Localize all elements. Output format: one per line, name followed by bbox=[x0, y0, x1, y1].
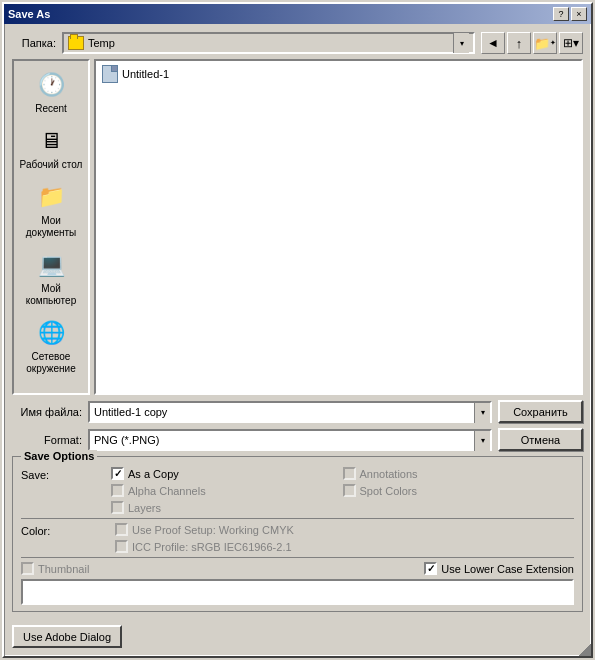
icc-profile-checkbox[interactable] bbox=[115, 540, 128, 553]
title-bar: Save As ? × bbox=[4, 4, 591, 24]
window-body: Папка: Temp ▾ ◄ ↑ 📁✦ ⊞▾ Recent bbox=[4, 24, 591, 656]
format-value: PNG (*.PNG) bbox=[94, 434, 159, 446]
filename-label: Имя файла: bbox=[12, 406, 82, 418]
lower-case-checkbox[interactable] bbox=[424, 562, 437, 575]
as-copy-label: As a Copy bbox=[128, 468, 179, 480]
new-folder-button[interactable]: 📁✦ bbox=[533, 32, 557, 54]
as-copy-row: As a Copy bbox=[111, 467, 343, 480]
layers-label: Layers bbox=[128, 502, 161, 514]
sidebar-label-mydocs: Мои документы bbox=[18, 215, 84, 239]
file-item[interactable]: Untitled-1 bbox=[98, 63, 579, 85]
thumbnail-label: Thumbnail bbox=[38, 563, 89, 575]
filename-dropdown-arrow[interactable]: ▾ bbox=[474, 403, 490, 423]
help-button[interactable]: ? bbox=[553, 7, 569, 21]
format-dropdown-arrow[interactable]: ▾ bbox=[474, 431, 490, 451]
color-label: Color: bbox=[21, 523, 111, 553]
layers-checkbox[interactable] bbox=[111, 501, 124, 514]
annotations-label: Annotations bbox=[360, 468, 418, 480]
description-box bbox=[21, 579, 574, 605]
use-proof-checkbox[interactable] bbox=[115, 523, 128, 536]
close-button[interactable]: × bbox=[571, 7, 587, 21]
color-section: Color: Use Proof Setup: Working CMYK ICC… bbox=[21, 523, 574, 553]
sidebar-item-network[interactable]: Сетевое окружение bbox=[14, 313, 88, 379]
sidebar-item-desktop[interactable]: Рабочий стол bbox=[14, 121, 88, 175]
alpha-channels-label: Alpha Channels bbox=[128, 485, 206, 497]
title-bar-buttons: ? × bbox=[553, 7, 587, 21]
filename-row: Имя файла: Untitled-1 copy ▾ Сохранить bbox=[12, 400, 583, 423]
thumbnail-checkbox[interactable] bbox=[21, 562, 34, 575]
sidebar-label-desktop: Рабочий стол bbox=[20, 159, 83, 171]
divider-1 bbox=[21, 518, 574, 519]
folder-dropdown-arrow[interactable]: ▾ bbox=[453, 33, 469, 53]
toolbar-buttons: ◄ ↑ 📁✦ ⊞▾ bbox=[481, 32, 583, 54]
views-button[interactable]: ⊞▾ bbox=[559, 32, 583, 54]
use-proof-label: Use Proof Setup: Working CMYK bbox=[132, 524, 294, 536]
use-proof-row: Use Proof Setup: Working CMYK bbox=[115, 523, 574, 536]
options-grid: Save: As a Copy Alpha Channels Layers bbox=[21, 467, 574, 514]
folder-row: Папка: Temp ▾ ◄ ↑ 📁✦ ⊞▾ bbox=[12, 32, 583, 54]
icc-profile-row: ICC Profile: sRGB IEC61966-2.1 bbox=[115, 540, 574, 553]
save-button[interactable]: Сохранить bbox=[498, 400, 583, 423]
cancel-button[interactable]: Отмена bbox=[498, 428, 583, 451]
color-col: Use Proof Setup: Working CMYK ICC Profil… bbox=[115, 523, 574, 553]
sidebar-item-mypc[interactable]: Мой компьютер bbox=[14, 245, 88, 311]
divider-2 bbox=[21, 557, 574, 558]
spot-colors-row: Spot Colors bbox=[343, 484, 575, 497]
sidebar-main: Recent Рабочий стол Мои документы Мой ко… bbox=[12, 59, 583, 395]
network-icon bbox=[35, 317, 67, 349]
folder-combo[interactable]: Temp ▾ bbox=[62, 32, 475, 54]
thumbnail-row: Thumbnail bbox=[21, 562, 89, 575]
clock-icon bbox=[35, 69, 67, 101]
layers-row: Layers bbox=[111, 501, 343, 514]
file-icon bbox=[102, 65, 118, 83]
save-col-left: As a Copy Alpha Channels Layers bbox=[111, 467, 343, 514]
annotations-row: Annotations bbox=[343, 467, 575, 480]
spot-colors-checkbox[interactable] bbox=[343, 484, 356, 497]
save-label: Save: bbox=[21, 467, 111, 514]
folder-icon bbox=[68, 36, 84, 50]
save-as-dialog: Save As ? × Папка: Temp ▾ ◄ ↑ 📁✦ ⊞▾ bbox=[2, 2, 593, 658]
up-button[interactable]: ↑ bbox=[507, 32, 531, 54]
filename-input[interactable]: Untitled-1 copy ▾ bbox=[88, 401, 492, 423]
icc-profile-label: ICC Profile: sRGB IEC61966-2.1 bbox=[132, 541, 292, 553]
sidebar-label-recent: Recent bbox=[35, 103, 67, 115]
format-label: Format: bbox=[12, 434, 82, 446]
desktop-icon bbox=[35, 125, 67, 157]
resize-handle[interactable] bbox=[579, 644, 591, 656]
computer-icon bbox=[35, 249, 67, 281]
annotations-checkbox[interactable] bbox=[343, 467, 356, 480]
folder-value: Temp bbox=[88, 37, 115, 49]
sidebar: Recent Рабочий стол Мои документы Мой ко… bbox=[12, 59, 90, 395]
format-combo[interactable]: PNG (*.PNG) ▾ bbox=[88, 429, 492, 451]
as-copy-checkbox[interactable] bbox=[111, 467, 124, 480]
format-row: Format: PNG (*.PNG) ▾ Отмена bbox=[12, 428, 583, 451]
sidebar-item-recent[interactable]: Recent bbox=[14, 65, 88, 119]
save-col-right: Annotations Spot Colors bbox=[343, 467, 575, 514]
folder-combo-inner: Temp bbox=[68, 36, 453, 50]
bottom-options-section: Thumbnail Use Lower Case Extension bbox=[21, 562, 574, 575]
save-options-title: Save Options bbox=[21, 450, 97, 462]
use-adobe-dialog-button[interactable]: Use Adobe Dialog bbox=[12, 625, 122, 648]
sidebar-label-mypc: Мой компьютер bbox=[18, 283, 84, 307]
spot-colors-label: Spot Colors bbox=[360, 485, 417, 497]
save-options-panel: Save Options Save: As a Copy Alpha Chann… bbox=[12, 456, 583, 612]
sidebar-item-mydocs[interactable]: Мои документы bbox=[14, 177, 88, 243]
filename-value: Untitled-1 copy bbox=[94, 406, 167, 418]
file-name: Untitled-1 bbox=[122, 68, 169, 80]
back-button[interactable]: ◄ bbox=[481, 32, 505, 54]
window-title: Save As bbox=[8, 8, 50, 20]
folder-label: Папка: bbox=[12, 37, 56, 49]
alpha-channels-row: Alpha Channels bbox=[111, 484, 343, 497]
folder-docs-icon bbox=[35, 181, 67, 213]
sidebar-label-network: Сетевое окружение bbox=[18, 351, 84, 375]
file-list[interactable]: Untitled-1 bbox=[94, 59, 583, 395]
lower-case-row: Use Lower Case Extension bbox=[424, 562, 574, 575]
alpha-channels-checkbox[interactable] bbox=[111, 484, 124, 497]
lower-case-label: Use Lower Case Extension bbox=[441, 563, 574, 575]
